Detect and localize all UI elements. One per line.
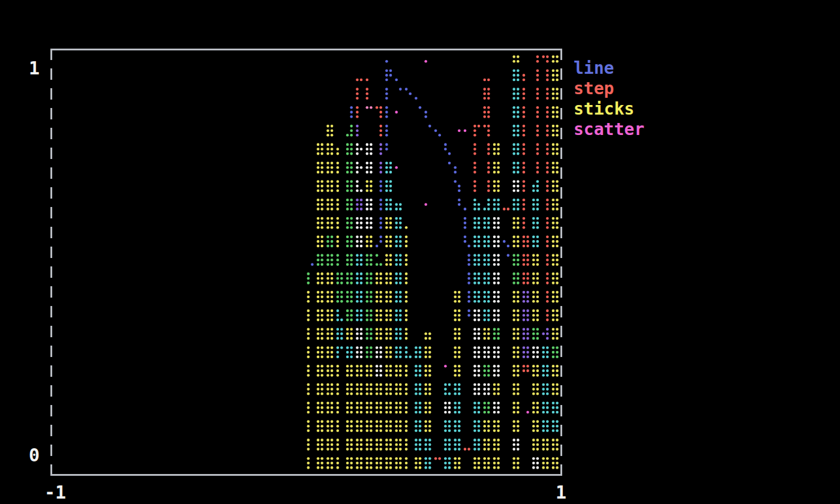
legend-item-line: line xyxy=(574,58,644,79)
x-axis-max-label: 1 xyxy=(543,484,579,502)
legend: linestepsticksscatter xyxy=(574,58,644,140)
plot-dots-canvas xyxy=(51,49,562,475)
terminal-plot-screen: 1 0 -1 1 linestepsticksscatter xyxy=(0,0,840,504)
y-axis-max-label: 1 xyxy=(17,59,40,77)
legend-item-sticks: sticks xyxy=(574,99,644,119)
legend-item-step: step xyxy=(574,79,644,99)
y-axis-min-label: 0 xyxy=(17,446,40,464)
x-axis-min-label: -1 xyxy=(37,484,73,502)
legend-item-scatter: scatter xyxy=(574,119,644,140)
plot-area xyxy=(50,49,562,476)
